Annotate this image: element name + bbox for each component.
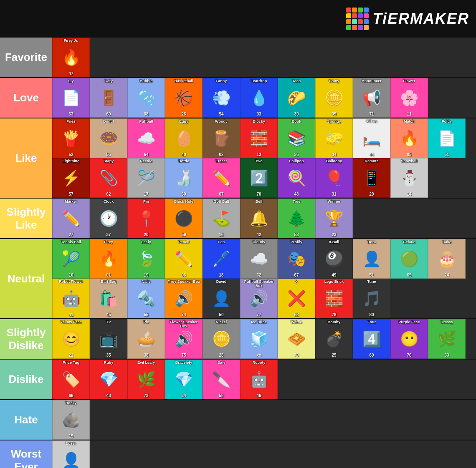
tier-item[interactable]: 😊Yellow Face21 [52,319,90,359]
tier-item[interactable]: 🏷️Price Tag66 [52,360,90,399]
tier-item[interactable]: ✏️Eraser07 [203,158,240,198]
tier-item[interactable]: 🤖Roboty46 [240,360,278,399]
tier-item[interactable]: 🔥Match05 [390,118,428,158]
tier-item[interactable]: 🍶Bottle30 [165,158,203,198]
tier-item[interactable]: 🛏️Pillow44 [353,118,390,158]
tier-item[interactable]: 🪙Nickel28 [203,319,240,359]
tier-item[interactable]: 👤Loser22 [52,440,90,468]
tier-item[interactable]: 🧽Spongy04 [315,118,353,158]
tier-item-number: 65 [391,273,428,277]
tier-item-number: 13 [241,152,277,157]
tier-item[interactable]: 🥚Eggy40 [165,118,203,158]
tier-item[interactable]: 🚪Gaty60 [90,78,127,118]
tier-item[interactable]: 💎Bracelety34 [165,360,203,399]
tier-item[interactable]: 🕐Clock37 [90,199,127,238]
tier-item[interactable]: 🌸Flower11 [390,78,428,118]
tier-item[interactable]: 2️⃣Two70 [240,158,278,198]
tier-item[interactable]: ⚫Black Hole59 [165,199,203,238]
tier-item[interactable]: 🎂Cake24 [428,239,466,279]
tier-item[interactable]: 🍃Leafy19 [127,239,165,279]
tier-item[interactable]: 🎭Profily67 [278,239,315,279]
tier-item-number: 39 [278,112,315,116]
tier-item[interactable]: 🖊️Pen18 [203,239,240,279]
tier-item[interactable]: 🔥Firey01 [90,239,127,279]
tier-item[interactable]: 👤David50 [203,279,240,318]
tier-item[interactable]: 🏆Winner23 [315,199,353,238]
tier-item[interactable]: 🔩Naily55 [127,279,165,318]
tier-item-number: 26 [165,112,202,116]
tier-item[interactable]: 🎵Tune80 [353,279,390,318]
tier-item-name: Gelatin [391,240,428,244]
tier-item[interactable]: 🔊Puffball Speaker Box77 [240,279,278,318]
tier-item-number: 59 [165,232,202,237]
tier-item[interactable]: 🎈Balloony31 [315,158,353,198]
tier-item-name: Eraser [203,159,240,164]
tier-item[interactable]: 🔥Firey Jr.47 [52,38,90,77]
tier-item[interactable]: 🪨Rocky15 [52,400,90,440]
logo-grid [346,8,369,30]
tier-item[interactable]: 🥧Pie38 [127,319,165,359]
tier-item[interactable]: 🌿Evil Leafy73 [127,360,165,399]
tier-item[interactable]: 💎Ruby43 [90,360,127,399]
tier-item[interactable]: 🪵Woody02 [203,118,240,158]
tier-item-name: Golf Ball [203,200,240,204]
tier-item-name: Tree [278,200,315,204]
tier-item[interactable]: 🔊Firey Speaker Box74 [165,279,203,318]
tier-item[interactable]: 🍩Donut56 [90,118,127,158]
tier-item[interactable]: 🍟Fries52 [52,118,90,158]
tier-item-number: 11 [391,112,428,116]
tier-item[interactable]: 📄Foldy61 [428,118,466,158]
tier-item[interactable]: 📍Pin20 [127,199,165,238]
tier-item[interactable]: ⛄Snowball14 [390,158,428,198]
tier-item[interactable]: 📱Remote29 [353,158,390,198]
tier-items-favorite: 🔥Firey Jr.47 [52,38,476,77]
tier-item-name: Bracelety [165,361,202,365]
tier-item[interactable]: 🔪Saw58 [203,360,240,399]
tier-item[interactable]: 🛍️Barf Bag45 [90,279,127,318]
tier-item-number: 53 [278,232,315,237]
tier-item[interactable]: ✏️Marker27 [52,199,90,238]
logo-cell [346,25,351,30]
tier-item[interactable]: 🧱Lego Brick78 [315,279,353,318]
tier-item-name: 8-Ball [316,240,352,244]
tier-item[interactable]: 💧Teardrop03 [240,78,278,118]
tier-item[interactable]: 🤖Robot Flower41 [52,279,90,318]
tier-item-number: 32 [241,273,277,277]
tier-item[interactable]: ☁️Puffball64 [127,118,165,158]
tier-item[interactable]: 📺TV35 [90,319,127,359]
tier-item-name: Pillow [353,120,390,124]
tier-item[interactable]: 🎾Tennis Ball10 [52,239,90,279]
tier-item[interactable]: 🪙Coiny09 [315,78,353,118]
tier-item[interactable]: 🌲Tree53 [278,199,315,238]
tier-item-name: Firey [90,240,127,244]
tier-item[interactable]: 🔔Bell42 [240,199,278,238]
tier-item[interactable]: 🧊Ice Cubexx [240,319,278,359]
tier-item[interactable]: ⚡Lightning57 [52,158,90,198]
tier-item[interactable]: 🟢Gelatin65 [390,239,428,279]
tier-item[interactable]: 💣Bomby25 [315,319,353,359]
tier-item-name: Lollipop [278,159,315,164]
tier-item[interactable]: 😶Purple Face76 [390,319,428,359]
tier-item[interactable]: 🎱8-Ball49 [315,239,353,279]
tier-item[interactable]: 📢Announcer71 [353,78,390,118]
tier-item[interactable]: 🧱Blocky13 [240,118,278,158]
tier-item[interactable]: 4️⃣Four69 [353,319,390,359]
tier-item[interactable]: 🌮Taco39 [278,78,315,118]
tier-item[interactable]: ⛳Golf Ball16 [203,199,240,238]
tier-item[interactable]: 🪡Needle17 [127,158,165,198]
tier-item[interactable]: 🫧Bubble08 [127,78,165,118]
tier-item[interactable]: ✏️Pencil06 [165,239,203,279]
tier-item[interactable]: ☁️Cloudy32 [240,239,278,279]
tier-item[interactable]: 👤Dora51 [353,239,390,279]
tier-item[interactable]: 🔊Flower Speaker Box75 [165,319,203,359]
tier-item[interactable]: 📄Liy63 [52,78,90,118]
tier-item[interactable]: 📎Stapy62 [90,158,127,198]
tier-item[interactable]: 🏀Basketball26 [165,78,203,118]
tier-item[interactable]: 🧇Waffle79 [278,319,315,359]
tier-item[interactable]: 📚Book36 [278,118,315,158]
tier-item-number: 14 [391,192,428,196]
tier-item[interactable]: 🌿Grassy33 [428,319,466,359]
tier-item[interactable]: 🍭Lollipop48 [278,158,315,198]
tier-item[interactable]: 💨Fanny54 [203,78,240,118]
tier-item[interactable]: ❌X68 [278,279,315,318]
